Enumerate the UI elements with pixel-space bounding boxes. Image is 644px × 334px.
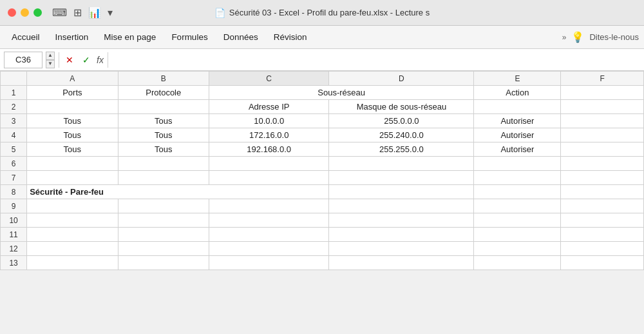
cell-e11[interactable] <box>474 228 561 242</box>
cell-c1[interactable]: Sous-réseau <box>209 86 473 100</box>
cell-ref-box[interactable]: C36 <box>4 52 43 68</box>
cell-c6[interactable] <box>209 157 328 171</box>
menu-revision[interactable]: Révision <box>267 30 314 44</box>
table-icon[interactable]: ⊞ <box>73 6 82 19</box>
cell-a5[interactable]: Tous <box>27 142 118 157</box>
cell-b3[interactable]: Tous <box>118 114 209 128</box>
dites-text[interactable]: Dites-le-nous <box>589 32 639 42</box>
123-icon[interactable]: ⌨ <box>52 6 67 19</box>
cell-f2[interactable] <box>561 100 644 114</box>
more-menu-icon[interactable]: » <box>562 33 567 42</box>
close-button[interactable] <box>8 8 16 17</box>
confirm-formula-button[interactable]: ✓ <box>80 54 93 66</box>
cell-a7[interactable] <box>27 171 118 185</box>
cell-b6[interactable] <box>118 157 209 171</box>
cell-a4[interactable]: Tous <box>27 128 118 142</box>
cell-e1[interactable]: Action <box>474 86 561 100</box>
col-header-f[interactable]: F <box>561 72 644 86</box>
cell-c3[interactable]: 10.0.0.0 <box>209 114 328 128</box>
save-icon[interactable]: ▾ <box>108 6 113 19</box>
cell-c13[interactable] <box>209 256 328 270</box>
cell-f7[interactable] <box>561 171 644 185</box>
formula-input[interactable] <box>112 52 640 68</box>
cell-a13[interactable] <box>27 256 118 270</box>
cell-c10[interactable] <box>209 213 328 228</box>
cell-b10[interactable] <box>118 213 209 228</box>
cell-d11[interactable] <box>329 228 474 242</box>
cell-b13[interactable] <box>118 256 209 270</box>
cell-e12[interactable] <box>474 242 561 256</box>
cell-b11[interactable] <box>118 228 209 242</box>
cell-a10[interactable] <box>27 213 118 228</box>
cell-d7[interactable] <box>329 171 474 185</box>
cell-d5[interactable]: 255.255.0.0 <box>329 142 474 157</box>
cell-f8[interactable] <box>561 185 644 199</box>
cell-a12[interactable] <box>27 242 118 256</box>
cell-d13[interactable] <box>329 256 474 270</box>
cell-b7[interactable] <box>118 171 209 185</box>
cell-a11[interactable] <box>27 228 118 242</box>
cell-a1[interactable]: Ports <box>27 86 118 100</box>
cell-f9[interactable] <box>561 199 644 213</box>
cell-b12[interactable] <box>118 242 209 256</box>
cell-d12[interactable] <box>329 242 474 256</box>
cell-d3[interactable]: 255.0.0.0 <box>329 114 474 128</box>
cell-f11[interactable] <box>561 228 644 242</box>
cell-e3[interactable]: Autoriser <box>474 114 561 128</box>
cell-e8[interactable] <box>474 185 561 199</box>
cancel-formula-button[interactable]: ✕ <box>63 54 76 66</box>
cell-e13[interactable] <box>474 256 561 270</box>
col-header-b[interactable]: B <box>118 72 209 86</box>
cell-f10[interactable] <box>561 213 644 228</box>
lightbulb-icon[interactable]: 💡 <box>571 31 584 43</box>
cell-e7[interactable] <box>474 171 561 185</box>
cell-f4[interactable] <box>561 128 644 142</box>
cell-c12[interactable] <box>209 242 328 256</box>
cell-a6[interactable] <box>27 157 118 171</box>
cell-c11[interactable] <box>209 228 328 242</box>
cell-b1[interactable]: Protocole <box>118 86 209 100</box>
cell-e9[interactable] <box>474 199 561 213</box>
col-header-a[interactable]: A <box>27 72 118 86</box>
menu-accueil[interactable]: Accueil <box>5 30 46 44</box>
col-header-c[interactable]: C <box>209 72 328 86</box>
cell-e5[interactable]: Autoriser <box>474 142 561 157</box>
cell-c9[interactable] <box>209 199 328 213</box>
cell-f1[interactable] <box>561 86 644 100</box>
cell-c5[interactable]: 192.168.0.0 <box>209 142 328 157</box>
menu-formules[interactable]: Formules <box>165 30 214 44</box>
cell-c7[interactable] <box>209 171 328 185</box>
cell-e2[interactable] <box>474 100 561 114</box>
cell-a2[interactable] <box>27 100 118 114</box>
chart-icon[interactable]: 📊 <box>88 6 101 19</box>
cell-e4[interactable]: Autoriser <box>474 128 561 142</box>
menu-donnees[interactable]: Données <box>217 30 265 44</box>
cell-d9[interactable] <box>329 199 474 213</box>
cell-f3[interactable] <box>561 114 644 128</box>
minimize-button[interactable] <box>21 8 29 17</box>
cell-f12[interactable] <box>561 242 644 256</box>
cell-b2[interactable] <box>118 100 209 114</box>
cell-b5[interactable]: Tous <box>118 142 209 157</box>
cell-e6[interactable] <box>474 157 561 171</box>
cell-ref-up[interactable]: ▲ <box>46 52 55 60</box>
cell-b4[interactable]: Tous <box>118 128 209 142</box>
cell-d10[interactable] <box>329 213 474 228</box>
cell-c2[interactable]: Adresse IP <box>209 100 328 114</box>
cell-d4[interactable]: 255.240.0.0 <box>329 128 474 142</box>
cell-a3[interactable]: Tous <box>27 114 118 128</box>
cell-a9[interactable] <box>27 199 118 213</box>
cell-f6[interactable] <box>561 157 644 171</box>
col-header-d[interactable]: D <box>329 72 474 86</box>
cell-d6[interactable] <box>329 157 474 171</box>
cell-f13[interactable] <box>561 256 644 270</box>
cell-f5[interactable] <box>561 142 644 157</box>
cell-d2[interactable]: Masque de sous-réseau <box>329 100 474 114</box>
col-header-e[interactable]: E <box>474 72 561 86</box>
cell-b9[interactable] <box>118 199 209 213</box>
menu-mise-en-page[interactable]: Mise en page <box>97 30 162 44</box>
cell-ref-down[interactable]: ▼ <box>46 60 55 68</box>
cell-d8[interactable] <box>329 185 474 199</box>
cell-e10[interactable] <box>474 213 561 228</box>
menu-insertion[interactable]: Insertion <box>49 30 95 44</box>
